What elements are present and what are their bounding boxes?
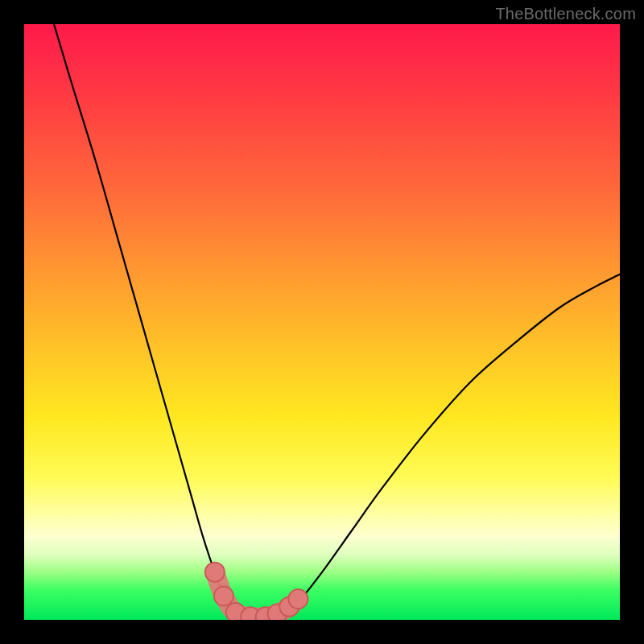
chart-frame: TheBottleneck.com	[0, 0, 644, 644]
plot-area	[24, 24, 620, 620]
marker-dot	[205, 563, 225, 582]
marker-dots	[205, 563, 308, 620]
marker-dot	[288, 589, 308, 609]
watermark-text: TheBottleneck.com	[495, 5, 636, 23]
chart-svg	[24, 24, 620, 620]
curve-line	[54, 24, 620, 620]
marker-dot	[214, 586, 233, 605]
